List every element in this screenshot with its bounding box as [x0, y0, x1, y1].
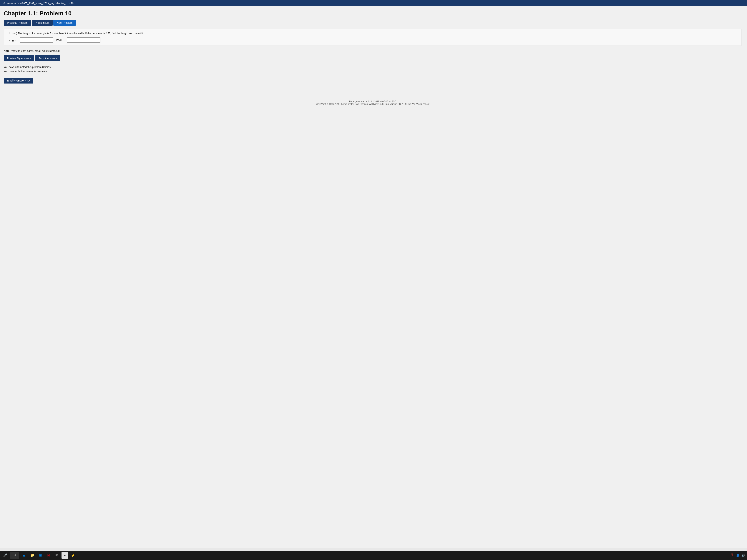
note-label: Note: [4, 49, 10, 52]
attempts-line2: You have unlimited attempts remaining. [4, 70, 742, 74]
next-problem-button[interactable]: Next Problem [53, 20, 76, 26]
footer-line2: WeBWorK © 1996-2019| theme: math4 | ww_v… [4, 103, 742, 105]
previous-problem-button[interactable]: Previous Problem [4, 20, 31, 26]
length-input[interactable] [20, 37, 53, 43]
note-text-content: You can earn partial credit on this prob… [11, 49, 60, 52]
attempts-line1: You have attempted this problem 0 times. [4, 65, 742, 70]
page-title: Chapter 1.1: Problem 10 [4, 10, 742, 17]
length-label: Length: [7, 38, 17, 42]
main-content: Chapter 1.1: Problem 10 Previous Problem… [0, 6, 747, 548]
footer: Page generated at 02/02/2019 at 07:47pm … [4, 100, 742, 107]
note-section: Note: You can earn partial credit on thi… [4, 49, 742, 52]
action-buttons: Preview My Answers Submit Answers [4, 55, 742, 61]
width-label: Width: [56, 38, 64, 42]
browser-bar: < webwork / mat2065_1102_spring_2019_gng… [0, 0, 747, 6]
problem-box: (1 point) The length of a rectangle is 3… [4, 29, 742, 46]
problem-points: (1 point) [7, 32, 17, 35]
problem-text: (1 point) The length of a rectangle is 3… [7, 32, 738, 35]
submit-answers-button[interactable]: Submit Answers [35, 55, 60, 61]
email-webwork-ta-button[interactable]: Email WeBWorK TA [4, 78, 33, 83]
input-row: Length: Width: [7, 37, 738, 43]
preview-answers-button[interactable]: Preview My Answers [4, 55, 34, 61]
footer-line1: Page generated at 02/02/2019 at 07:47pm … [4, 100, 742, 103]
width-input[interactable] [67, 37, 100, 43]
nav-buttons: Previous Problem Problem List Next Probl… [4, 20, 742, 26]
attempts-info: You have attempted this problem 0 times.… [4, 65, 742, 74]
back-button[interactable]: < [3, 1, 5, 5]
problem-list-button[interactable]: Problem List [32, 20, 53, 26]
breadcrumb: webwork / mat2065_1102_spring_2019_gng /… [6, 2, 73, 5]
problem-description-text: The length of a rectangle is 3 more than… [18, 32, 145, 35]
